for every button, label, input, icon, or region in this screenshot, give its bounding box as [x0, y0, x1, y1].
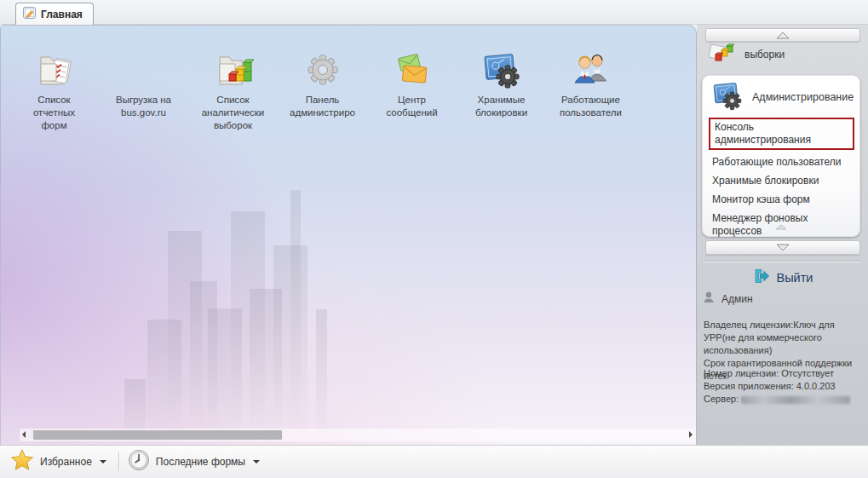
logout-button[interactable]: Выйти	[697, 267, 868, 289]
server-row: Сервер:	[704, 393, 864, 406]
menu-item-admin-console[interactable]: Консоль администрирования	[715, 121, 849, 147]
shortcut-bus-gov-upload[interactable]: Выгрузка на bus.gov.ru	[99, 48, 188, 132]
server-value-redacted	[741, 396, 850, 404]
sidebar-item-selections[interactable]: выборки	[709, 43, 785, 66]
clock-icon	[128, 449, 150, 475]
horizontal-scrollbar[interactable]	[20, 429, 695, 441]
shortcut-label: Панель администриро	[278, 94, 367, 119]
active-users-icon	[546, 48, 635, 90]
shortcut-label: Список аналитически выборок	[188, 94, 278, 132]
shortcut-label: Выгрузка на bus.gov.ru	[99, 94, 188, 119]
shortcut-grid: Список отчетных форм Выгрузка на bus.gov…	[9, 48, 635, 132]
panel-scroll-up-icon[interactable]	[775, 218, 787, 233]
version-info: Номер лицензии: Отсутствует Версия прило…	[704, 367, 864, 406]
sidebar-scroll-up-button[interactable]	[705, 28, 860, 42]
license-owner: Владелец лицензии:Ключ для УРР(не для ко…	[704, 319, 864, 357]
shortcut-label: Список отчетных форм	[9, 94, 99, 132]
server-label: Сервер:	[704, 394, 739, 404]
favorites-label: Избранное	[40, 456, 92, 468]
recent-forms-label: Последние формы	[156, 456, 245, 468]
menu-item-form-cache-monitor[interactable]: Монитор кэша форм	[712, 193, 854, 206]
scrollbar-thumb[interactable]	[33, 430, 282, 440]
analytic-selections-icon	[188, 48, 278, 90]
divider	[118, 452, 119, 471]
scroll-right-arrow-icon[interactable]	[689, 431, 693, 438]
tab-bar: Главная	[0, 0, 868, 25]
shortcut-active-users[interactable]: Работающие пользователи	[546, 48, 635, 132]
highlight-box: Консоль администрирования	[709, 118, 854, 150]
tab-glavnaya[interactable]: Главная	[15, 3, 94, 25]
tab-label: Главная	[41, 9, 83, 20]
shortcut-report-forms[interactable]: Список отчетных форм	[9, 48, 99, 132]
app-version: Версия приложения: 4.0.0.203	[704, 380, 864, 393]
user-silhouette-icon	[702, 291, 716, 308]
main-content-panel: Список отчетных форм Выгрузка на bus.gov…	[0, 25, 697, 445]
scroll-left-arrow-icon[interactable]	[22, 431, 26, 438]
recent-forms-menu-button[interactable]: Последние формы	[128, 449, 260, 475]
no-icon	[99, 48, 188, 90]
exit-icon	[752, 268, 769, 288]
dropdown-arrow-icon	[100, 460, 106, 467]
dropdown-arrow-icon	[253, 460, 260, 467]
sidebar: выборки	[697, 25, 868, 445]
edit-note-icon	[23, 7, 36, 22]
shortcut-analytic-selections[interactable]: Список аналитически выборок	[188, 48, 278, 132]
user-name: Админ	[721, 293, 753, 305]
admin-gear-icon	[278, 48, 367, 90]
shortcut-label: Центр сообщений	[367, 94, 457, 119]
chevron-up-icon	[776, 32, 790, 39]
menu-item-active-users[interactable]: Работающие пользователи	[712, 156, 854, 169]
chevron-down-icon	[776, 244, 790, 251]
shortcut-label: Работающие пользователи	[546, 94, 635, 119]
divider	[704, 261, 861, 262]
stored-locks-icon	[457, 48, 546, 90]
logout-label: Выйти	[777, 271, 813, 285]
message-center-icon	[367, 48, 457, 90]
star-icon	[10, 449, 34, 475]
menu-item-stored-locks[interactable]: Хранимые блокировки	[712, 175, 854, 187]
footer-bar: Избранное Последние фо	[0, 445, 868, 478]
shortcut-stored-locks[interactable]: Хранимые блокировки	[457, 48, 546, 132]
administration-header: Администрирование	[711, 79, 854, 115]
administration-panel: Администрирование Консоль администрирова…	[702, 75, 860, 237]
admin-console-icon	[711, 79, 744, 115]
favorites-menu-button[interactable]: Избранное	[10, 449, 106, 475]
shortcut-message-center[interactable]: Центр сообщений	[367, 48, 457, 132]
panel-title: Администрирование	[752, 91, 854, 103]
shortcut-label: Хранимые блокировки	[457, 94, 546, 119]
sidebar-scroll-down-button[interactable]	[705, 240, 860, 255]
sidebar-item-label: выборки	[744, 49, 785, 60]
shortcut-admin-panel[interactable]: Панель администриро	[278, 48, 367, 132]
application-window: Главная	[0, 0, 868, 478]
current-user: Админ	[702, 291, 753, 308]
selections-cubes-icon	[709, 43, 736, 66]
report-forms-icon	[9, 48, 99, 90]
license-number: Номер лицензии: Отсутствует	[704, 367, 864, 380]
